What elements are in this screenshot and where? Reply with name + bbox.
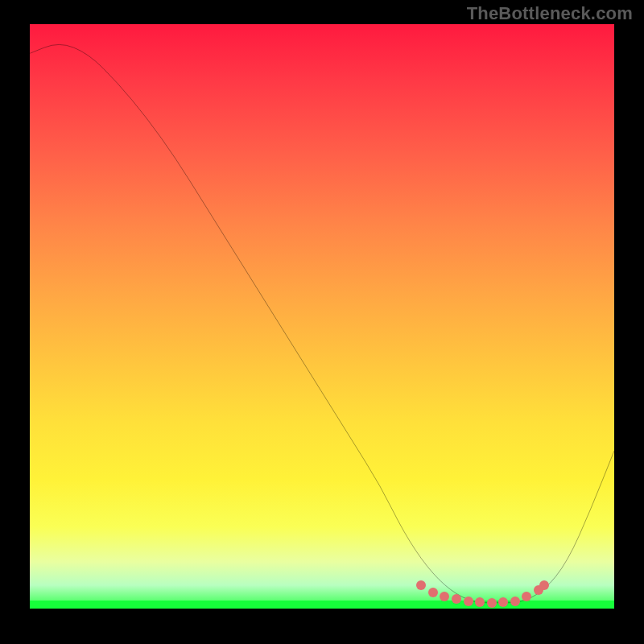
green-bottom-band: [30, 601, 614, 609]
watermark-text: TheBottleneck.com: [467, 3, 633, 24]
chart-container: TheBottleneck.com: [0, 0, 644, 644]
plot-area: [30, 24, 614, 609]
gradient-background: [30, 24, 614, 609]
